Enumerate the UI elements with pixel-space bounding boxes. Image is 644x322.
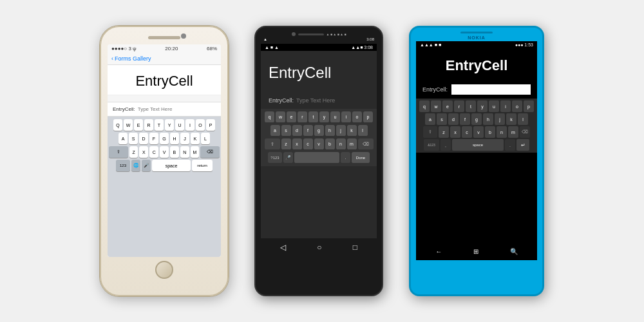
wp-key-y[interactable]: y bbox=[477, 100, 488, 112]
wp-key-m[interactable]: m bbox=[508, 126, 518, 138]
wp-key-b[interactable]: b bbox=[485, 126, 495, 138]
android-key-a[interactable]: a bbox=[270, 125, 280, 137]
wp-key-c[interactable]: c bbox=[462, 126, 472, 138]
android-key-h[interactable]: h bbox=[325, 125, 335, 137]
ios-key-b[interactable]: B bbox=[170, 146, 179, 158]
android-key-j[interactable]: j bbox=[336, 125, 346, 137]
android-key-delete[interactable]: ⌫ bbox=[358, 138, 374, 150]
ios-key-p[interactable]: P bbox=[206, 119, 215, 131]
wp-key-o[interactable]: o bbox=[512, 100, 522, 112]
wp-key-w[interactable]: w bbox=[431, 100, 441, 112]
wp-windows-button[interactable]: ⊞ bbox=[473, 248, 478, 255]
ios-key-return[interactable]: return bbox=[192, 160, 213, 171]
ios-home-button[interactable] bbox=[155, 261, 173, 279]
android-key-b[interactable]: b bbox=[325, 138, 335, 150]
ios-key-r[interactable]: R bbox=[144, 119, 153, 131]
wp-key-h[interactable]: h bbox=[483, 113, 493, 125]
ios-key-c[interactable]: C bbox=[149, 146, 158, 158]
ios-key-delete[interactable]: ⌫ bbox=[200, 146, 220, 158]
ios-key-123[interactable]: 123 bbox=[116, 160, 130, 171]
wp-key-n[interactable]: n bbox=[497, 126, 507, 138]
wp-key-x[interactable]: x bbox=[450, 126, 460, 138]
android-key-c[interactable]: c bbox=[303, 138, 313, 150]
wp-key-q[interactable]: q bbox=[419, 100, 430, 112]
ios-key-l[interactable]: L bbox=[201, 133, 210, 144]
wp-key-v[interactable]: v bbox=[473, 126, 484, 138]
android-key-y[interactable]: y bbox=[319, 111, 329, 123]
wp-key-l[interactable]: l bbox=[518, 113, 528, 125]
ios-key-globe[interactable]: 🌐 bbox=[131, 160, 140, 171]
android-key-o[interactable]: o bbox=[352, 111, 362, 123]
ios-key-u[interactable]: U bbox=[175, 119, 184, 131]
ios-key-space[interactable]: space bbox=[152, 160, 191, 171]
wp-key-period[interactable]: . bbox=[505, 139, 515, 151]
ios-key-z[interactable]: Z bbox=[129, 146, 138, 158]
android-key-u[interactable]: u bbox=[330, 111, 340, 123]
android-key-q[interactable]: q bbox=[265, 111, 274, 123]
android-key-p[interactable]: p bbox=[363, 111, 373, 123]
ios-key-q[interactable]: Q bbox=[113, 119, 122, 131]
ios-key-v[interactable]: V bbox=[160, 146, 169, 158]
ios-key-s[interactable]: S bbox=[129, 133, 138, 144]
android-key-r[interactable]: r bbox=[298, 111, 307, 123]
wp-key-p[interactable]: p bbox=[524, 100, 534, 112]
android-key-space[interactable] bbox=[294, 152, 339, 164]
wp-key-enter[interactable]: ↵ bbox=[516, 139, 529, 151]
android-key-e[interactable]: e bbox=[287, 111, 296, 123]
android-recents-button[interactable]: □ bbox=[353, 243, 357, 252]
ios-key-f[interactable]: F bbox=[149, 133, 158, 144]
ios-key-e[interactable]: E bbox=[134, 119, 143, 131]
ios-key-k[interactable]: K bbox=[191, 133, 200, 144]
android-key-k[interactable]: k bbox=[347, 125, 357, 137]
ios-key-x[interactable]: X bbox=[139, 146, 148, 158]
android-key-f[interactable]: f bbox=[303, 125, 313, 137]
wp-key-comma[interactable]: , bbox=[440, 139, 451, 151]
android-key-g[interactable]: g bbox=[314, 125, 324, 137]
ios-key-g[interactable]: G bbox=[160, 133, 169, 144]
android-key-m[interactable]: m bbox=[347, 138, 357, 150]
android-key-done[interactable]: Done bbox=[352, 152, 370, 164]
wp-key-t[interactable]: t bbox=[466, 100, 476, 112]
android-key-v[interactable]: v bbox=[314, 138, 324, 150]
ios-key-d[interactable]: D bbox=[139, 133, 148, 144]
android-key-mic[interactable]: 🎤 bbox=[283, 152, 293, 164]
wp-key-r[interactable]: r bbox=[454, 100, 464, 112]
wp-key-a[interactable]: a bbox=[425, 113, 435, 125]
ios-key-o[interactable]: O bbox=[196, 119, 205, 131]
ios-key-a[interactable]: A bbox=[118, 133, 128, 144]
ios-key-j[interactable]: J bbox=[180, 133, 189, 144]
wp-back-button[interactable]: ← bbox=[435, 248, 442, 255]
wp-key-shift[interactable]: ⇧ bbox=[423, 126, 437, 138]
wp-key-space[interactable]: space bbox=[452, 139, 504, 151]
android-entry-input[interactable] bbox=[296, 97, 369, 104]
wp-search-button[interactable]: 🔍 bbox=[510, 248, 518, 255]
ios-entry-input[interactable] bbox=[138, 106, 216, 112]
ios-key-y[interactable]: Y bbox=[165, 119, 174, 131]
android-key-shift[interactable]: ⇧ bbox=[265, 138, 280, 150]
wp-key-delete[interactable]: ⌫ bbox=[520, 126, 530, 138]
android-key-n[interactable]: n bbox=[336, 138, 346, 150]
android-home-button[interactable]: ○ bbox=[317, 243, 321, 252]
android-key-s[interactable]: s bbox=[281, 125, 291, 137]
ios-key-w[interactable]: W bbox=[124, 119, 133, 131]
android-key-z[interactable]: z bbox=[281, 138, 291, 150]
ios-key-shift[interactable]: ⇧ bbox=[109, 146, 128, 158]
ios-back-button[interactable]: ‹ Forms Gallery bbox=[111, 55, 151, 62]
ios-key-m[interactable]: M bbox=[191, 146, 200, 158]
wp-key-s[interactable]: s bbox=[437, 113, 447, 125]
wp-entry-input[interactable] bbox=[451, 84, 531, 95]
android-key-period[interactable]: . bbox=[341, 152, 350, 164]
ios-key-i[interactable]: I bbox=[185, 119, 194, 131]
wp-key-e[interactable]: e bbox=[442, 100, 453, 112]
android-key-?123[interactable]: ?123 bbox=[268, 152, 282, 164]
ios-key-t[interactable]: T bbox=[155, 119, 164, 131]
wp-key-z[interactable]: z bbox=[439, 126, 449, 138]
android-key-x[interactable]: x bbox=[292, 138, 302, 150]
wp-key-f[interactable]: f bbox=[460, 113, 470, 125]
wp-key-g[interactable]: g bbox=[471, 113, 482, 125]
ios-key-n[interactable]: N bbox=[180, 146, 189, 158]
wp-key-d[interactable]: d bbox=[448, 113, 459, 125]
android-key-t[interactable]: t bbox=[308, 111, 318, 123]
android-key-d[interactable]: d bbox=[292, 125, 302, 137]
wp-key-k[interactable]: k bbox=[506, 113, 516, 125]
